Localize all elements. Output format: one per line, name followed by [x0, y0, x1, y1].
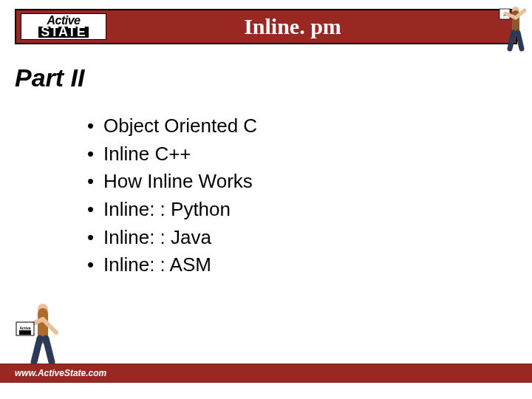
list-item: • Inline: : Java — [87, 224, 257, 252]
slide: Active STATE Inline. pm A Part II • Obje… — [0, 0, 532, 399]
footer-bar: www.ActiveState.com — [0, 364, 532, 383]
header-bar: Active STATE Inline. pm — [15, 9, 517, 44]
svg-rect-6 — [19, 330, 31, 335]
bullet-text: How Inline Works — [103, 168, 253, 196]
bullet-icon: • — [87, 196, 103, 224]
activestate-logo: Active STATE — [21, 13, 106, 40]
bullet-text: Inline: : Python — [103, 196, 231, 224]
logo-text-state: STATE — [38, 27, 88, 38]
bullet-icon: • — [87, 224, 103, 252]
list-item: • Inline: : Python — [87, 196, 257, 224]
bullet-text: Inline C++ — [103, 140, 191, 168]
bullet-list: • Object Oriented C • Inline C++ • How I… — [87, 112, 257, 279]
list-item: • Inline C++ — [87, 140, 257, 168]
bullet-text: Object Oriented C — [103, 112, 257, 140]
bullet-icon: • — [87, 112, 103, 140]
slide-title: Inline. pm — [106, 14, 516, 39]
bullet-text: Inline: : Java — [103, 224, 211, 252]
bullet-icon: • — [87, 168, 103, 196]
mascot-bottom-left-icon: Active — [13, 300, 64, 365]
section-heading: Part II — [15, 64, 84, 92]
svg-text:Active: Active — [19, 326, 30, 330]
mascot-top-right-icon: A — [495, 3, 529, 52]
list-item: • How Inline Works — [87, 168, 257, 196]
bullet-icon: • — [87, 251, 103, 279]
list-item: • Object Oriented C — [87, 112, 257, 140]
bullet-icon: • — [87, 140, 103, 168]
bullet-text: Inline: : ASM — [103, 251, 211, 279]
footer-url: www.ActiveState.com — [15, 368, 106, 378]
list-item: • Inline: : ASM — [87, 251, 257, 279]
